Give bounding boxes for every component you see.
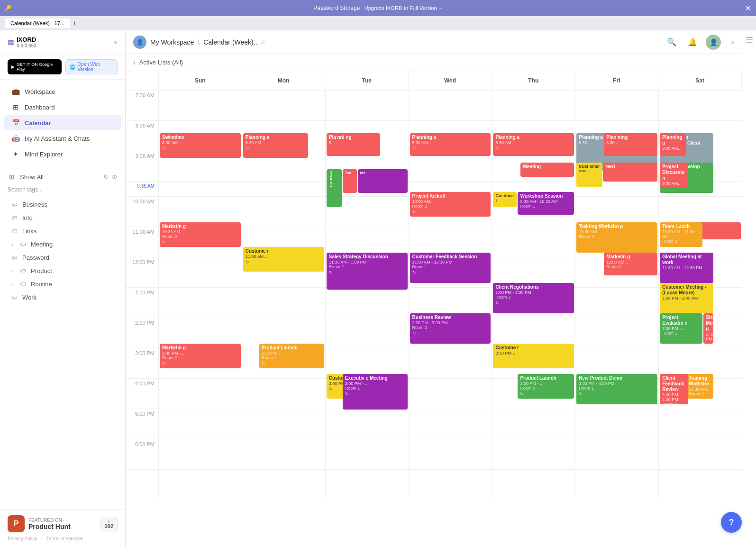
search-button[interactable]: 🔍	[664, 35, 679, 50]
event-team-lunch-sat[interactable]: Team Lunch 10:30 AM - 11:30 AM Room 3	[660, 222, 702, 247]
sidebar-item-ixy-ai[interactable]: 🤖 Ixy AI Assistant & Chats	[4, 131, 121, 146]
day-col-wed[interactable]: Planning a 8:30 AM ... ↻ Project Kickoff…	[409, 91, 492, 498]
sidebar-footer: P FEATURED ON Product Hunt ▲ 202 Privacy…	[0, 509, 125, 547]
event-marketing-sun-2[interactable]: Marketin g 2:30 PM -... Room 2 ↻	[160, 344, 241, 368]
notification-button[interactable]: 🔔	[685, 35, 700, 50]
tag-item-product[interactable]: › 🏷 Product	[4, 264, 121, 277]
calendar-breadcrumb-link[interactable]: Calendar (Week)... ⤢	[203, 38, 265, 46]
tag-item-work[interactable]: 🏷 Work	[4, 291, 121, 304]
tag-label-work: Work	[22, 294, 36, 301]
sidebar-collapse-button[interactable]: «	[114, 38, 118, 46]
event-sales-strategy-tue[interactable]: Sales Strategy Discussion 11:30 AM - 1:0…	[327, 253, 408, 290]
day-col-sat[interactable]: Creating an Interactive Client Planning …	[659, 91, 742, 498]
terms-of-service-link[interactable]: Terms of services	[46, 536, 83, 541]
sidebar-header: ⊠ IXORD 0.6.3.653 «	[0, 30, 125, 55]
event-project-discussion-sat[interactable]: Project Discussio n 9:00 AM... Room 1	[660, 163, 688, 187]
sidebar-item-workspace[interactable]: 💼 Workspace	[4, 84, 121, 99]
privacy-policy-link[interactable]: Privacy Policy	[8, 536, 37, 541]
subheader: ‹ Active Lists (All)	[126, 54, 742, 71]
upgrade-link[interactable]: Upgrade IXORD to Full Version →	[364, 5, 444, 11]
tag-item-password[interactable]: 🏷 Password	[4, 251, 121, 264]
event-training-workshop-fri[interactable]: Training Worksho p 10:30 AM... Room 3	[576, 222, 657, 253]
calendar-area[interactable]: Sun Mon Tue Wed Thu Fri Sat 7:00 AM 8:00…	[126, 71, 742, 547]
tag-item-meeting[interactable]: › 🏷 Meeting	[4, 238, 121, 251]
event-planning-fri-small[interactable]: Plan ning 8:30 ...	[604, 133, 657, 156]
tag-item-business[interactable]: 🏷 Business	[4, 198, 121, 211]
event-product-tue[interactable]: Pro duc t	[327, 169, 342, 207]
event-customer-meeting-sat[interactable]: Customer Meeting -(Lucas Moore) 1:00 PM …	[660, 283, 713, 313]
help-button[interactable]: ?	[721, 512, 742, 533]
event-customer-mon[interactable]: Custome r 11:00 AM... ↻	[243, 247, 324, 272]
event-project-kickoff-wed[interactable]: Project Kickoff 10:00 AM... Room 3 ↻	[410, 192, 491, 217]
app-container: ⊠ IXORD 0.6.3.653 « ▶ GET IT ON Google P…	[0, 30, 756, 547]
tag-item-info[interactable]: 🏷 Info	[4, 211, 121, 224]
product-hunt-votes[interactable]: ▲ 202	[100, 517, 118, 531]
logo-icon: ⊠	[8, 38, 14, 47]
add-button[interactable]: ⊕	[112, 173, 118, 181]
event-marketing-sun[interactable]: Marketin g 10:30 AM... Room 2 ↻	[160, 222, 241, 247]
event-new-product-demo-fri[interactable]: New Product Demo 3:00 PM - 4:00 PM Room …	[576, 374, 657, 404]
collapse-right-button[interactable]: »	[730, 38, 734, 46]
event-customer-fri-900[interactable]: Cust omer 9:00 ...	[576, 163, 602, 187]
event-executive-meeting-tue[interactable]: Executiv e Meeting 3:00 PM -... Room 1 ↻	[343, 374, 408, 410]
google-play-button[interactable]: ▶ GET IT ON Google Play	[8, 59, 62, 74]
event-client-negotiations-thu[interactable]: Client Negotiations 1:00 PM - 2:00 PM Ro…	[493, 283, 574, 313]
event-planning-tue[interactable]: Pla nni ng 8...	[327, 133, 380, 156]
event-customer-feedback-wed[interactable]: Customer Feedback Session 11:30 AM - 12:…	[410, 253, 491, 283]
event-meeting-thu-900[interactable]: Meeting	[520, 163, 574, 177]
event-planning-wed[interactable]: Planning a 8:30 AM ... ↻	[410, 133, 491, 156]
event-business-review-wed[interactable]: Business Review 2:00 PM - 3:00 PM Room 2…	[410, 313, 491, 344]
tag-item-routine[interactable]: › 🏷 Routine	[4, 278, 121, 291]
notification-icon: 🔔	[688, 37, 697, 46]
day-col-thu[interactable]: Planning a 8:30 AM ... ↻ Meeting Custome…	[492, 91, 575, 498]
event-strategy-meeting-sat[interactable]: Strategy Meetin g 2:30 PM -... Room 2	[703, 313, 713, 344]
event-meet-fri-small[interactable]: Meet	[603, 163, 657, 182]
active-lists-label[interactable]: Active Lists (All)	[139, 59, 183, 66]
show-all-row[interactable]: ⊞ Show All ↻ ⊕	[0, 170, 125, 183]
back-button[interactable]: ‹	[133, 59, 136, 66]
day-col-tue[interactable]: Pla nni ng 8... Pro duc t Tea	[326, 91, 409, 498]
logo-text: IXORD	[17, 36, 36, 43]
tag-icon-meeting: 🏷	[20, 241, 26, 248]
dashboard-label: Dashboard	[25, 104, 55, 111]
event-customer-thu-small[interactable]: Custome r	[493, 192, 517, 207]
event-product-launch-thu[interactable]: Product Launch 3:00 PM -... Room 2 ↻	[518, 374, 574, 399]
user-avatar-button[interactable]: 👤	[706, 35, 721, 50]
sidebar-item-dashboard[interactable]: ⊞ Dashboard	[4, 100, 121, 115]
event-planning-mon[interactable]: Planning a 8:30 AM ... ↻	[243, 133, 308, 158]
browser-tab[interactable]: Calendar (Week) - 17...	[5, 18, 70, 28]
product-hunt-badge[interactable]: P FEATURED ON Product Hunt ▲ 202	[8, 515, 118, 532]
sidebar-item-calendar[interactable]: 📅 Calendar	[4, 115, 121, 130]
day-header-sun: Sun	[159, 71, 242, 90]
event-workshop-session-thu[interactable]: Workshop Session 9:30 AM - 10:30 AM Room…	[518, 192, 574, 215]
web-version-button[interactable]: 🌐 Open Web Version	[65, 59, 118, 74]
banner-close-button[interactable]: ✕	[745, 4, 751, 13]
sidebar-item-mind-explorer[interactable]: ✦ Mind Explorer	[4, 146, 121, 162]
web-version-icon: 🌐	[70, 64, 75, 70]
version-text: 0.6.3.653	[17, 43, 36, 48]
event-swimtime-sun[interactable]: Swimtime 8:30 AM ... ↻	[160, 133, 241, 158]
event-planning-thu[interactable]: Planning a 8:30 AM ... ↻	[493, 133, 574, 156]
event-client-feedback-review-sat[interactable]: Client Feedback Review 3:00 PM - 4:00 PM…	[660, 374, 688, 404]
refresh-button[interactable]: ↻	[103, 173, 109, 181]
event-training-workshop-sat[interactable]: Training Worksho 11:30 AM... Room 3	[686, 374, 713, 399]
day-header-mon: Mon	[242, 71, 326, 90]
event-customer-thu-230[interactable]: Custome r 2:30 PM -...	[493, 344, 574, 368]
calendar-grid: Sun Mon Tue Wed Thu Fri Sat 7:00 AM 8:00…	[126, 71, 742, 498]
sidebar: ⊠ IXORD 0.6.3.653 « ▶ GET IT ON Google P…	[0, 30, 126, 547]
event-project-evaluation-sat[interactable]: Project Evaluatio n 2:00 PM -... Room 1	[660, 313, 702, 344]
day-col-mon[interactable]: Planning a 8:30 AM ... ↻ Custome r 11:00…	[242, 91, 326, 498]
event-global-meeting-sat[interactable]: Global Meeting at work 11:30 AM - 12:30 …	[660, 253, 713, 283]
event-me-tue[interactable]: Me	[358, 169, 408, 193]
event-planning-sat[interactable]: Planning a 8:30 AM...	[660, 133, 686, 156]
event-tea-tue[interactable]: Tea	[343, 169, 357, 193]
search-tags-input[interactable]: Search tags...	[0, 183, 125, 196]
day-col-sun[interactable]: Swimtime 8:30 AM ... ↻ Marketin g 10:30 …	[159, 91, 242, 498]
day-col-fri[interactable]: Planning a workshop for 8:30 ... Plan ni…	[575, 91, 659, 498]
tag-item-links[interactable]: 🏷 Links	[4, 225, 121, 237]
product-hunt-logo: P	[8, 515, 25, 532]
event-marketing-fri-1100[interactable]: Marketin g 11:00 AM... Room 2	[604, 253, 657, 275]
workspace-name-link[interactable]: My Workspace	[150, 38, 194, 46]
new-tab-button[interactable]: +	[73, 20, 76, 27]
event-product-launch-mon[interactable]: Product Launch 2:30 PM -... Room 1 ↻	[259, 344, 324, 368]
